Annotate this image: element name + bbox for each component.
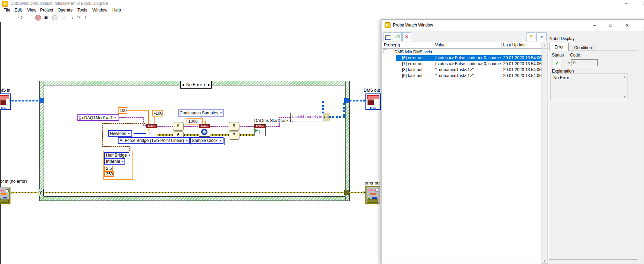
- probe-7[interactable]: 7: [229, 131, 239, 139]
- stop-button[interactable]: [34, 14, 42, 21]
- probe-close-button[interactable]: ✕: [619, 20, 635, 31]
- dms-in-wire: [12, 100, 39, 101]
- daqmx-start-task-node[interactable]: DAQmx ▶ { ≈: [254, 124, 266, 136]
- collapse-panel-button[interactable]: «: [536, 32, 547, 41]
- collapse-node-icon[interactable]: −: [384, 50, 387, 53]
- add-probes-button[interactable]: +☑: [393, 32, 402, 41]
- column-probes[interactable]: Probe(s): [384, 43, 400, 47]
- explanation-scroll-down-icon[interactable]: ∨: [623, 95, 626, 98]
- code-value-field[interactable]: 0: [571, 59, 598, 66]
- new-probe-window-button[interactable]: ✶: [384, 32, 392, 41]
- main-minimize-button[interactable]: –: [621, 1, 631, 6]
- new-star-icon: ✶: [384, 32, 387, 40]
- error-cluster-orange-bar: [1, 193, 6, 195]
- task-wire-4: [238, 126, 254, 127]
- dms-in-tunnel[interactable]: [39, 98, 44, 103]
- probe-row-value: {status => False, code => 0, source =: [435, 55, 501, 60]
- probe-minimize-button[interactable]: –: [586, 20, 603, 31]
- units-ring-constant[interactable]: Newtons▼: [108, 130, 132, 137]
- probe-row-value: "_unnamedTask<1>": [435, 73, 501, 78]
- error-chain-2: [182, 134, 199, 136]
- tab-error[interactable]: Error: [550, 43, 569, 51]
- labview-app-icon: ▶: [2, 1, 8, 7]
- main-maximize-button[interactable]: □: [639, 1, 644, 6]
- error-out-tunnel[interactable]: [344, 190, 349, 195]
- explanation-scroll-up-icon[interactable]: ∧: [623, 75, 626, 79]
- dropdown-icon[interactable]: ▼: [128, 132, 130, 135]
- menu-file[interactable]: File: [2, 7, 11, 13]
- case-name[interactable]: No Error ▼: [185, 81, 207, 88]
- bridge-type-ring[interactable]: Half Bridge▼: [104, 152, 129, 158]
- error-wire-inside: [44, 192, 345, 193]
- highlight-execution-button[interactable]: [51, 14, 59, 21]
- menu-view[interactable]: View: [26, 7, 37, 13]
- explanation-box[interactable]: No Error ∧ ∨: [551, 74, 628, 100]
- excitation-source-ring[interactable]: Internal▼: [104, 158, 125, 165]
- probe-row-6[interactable]: [6] error out {status => False, code => …: [382, 55, 541, 61]
- case-dropdown-icon: ▼: [203, 84, 206, 86]
- excitation-value-constant[interactable]: 2,5: [104, 166, 113, 171]
- case-next-arrow[interactable]: ▶: [207, 81, 211, 88]
- bridge-config-cluster[interactable]: Half Bridge▼ Internal▼ 2,5 350: [103, 151, 133, 180]
- daqmx-create-channel-node[interactable]: DAQmx ✳ ↔ ⎍⎍: [146, 124, 157, 136]
- case-selector-label[interactable]: ◀ No Error ▼ ▶: [180, 81, 212, 89]
- probe-9[interactable]: 9: [229, 122, 239, 130]
- probe-row-9[interactable]: [9] task out "_unnamedTask<1>" 20.01.202…: [382, 73, 541, 79]
- delete-probe-button[interactable]: ✕: [402, 32, 411, 41]
- clock-type-ring[interactable]: Sample Clock▼: [190, 137, 223, 144]
- probe-row-name: [7] error out: [402, 61, 424, 66]
- menu-help[interactable]: Help: [111, 7, 122, 13]
- physical-channel-constant[interactable]: I/O cDAQ1Mod1/ai1 ▼: [77, 114, 119, 121]
- menu-project[interactable]: Project: [39, 7, 54, 13]
- min-value-constant[interactable]: -100: [152, 110, 163, 116]
- column-last-update[interactable]: Last Update: [503, 43, 526, 47]
- run-button[interactable]: ⇨: [17, 14, 24, 21]
- column-value[interactable]: Value: [435, 43, 446, 47]
- cluster-wire-left: [102, 123, 103, 147]
- error-cluster-footer: [0, 199, 9, 203]
- probe-window-titlebar[interactable]: ▶ Probe Watch Window – □ ✕: [381, 20, 644, 31]
- probe-row-name: [6] error out: [402, 55, 424, 60]
- case-structure-bottom-border[interactable]: [39, 196, 350, 201]
- probe-maximize-button[interactable]: □: [603, 20, 619, 31]
- bundle-task-channels-node[interactable]: task/channels in ►❙►: [290, 113, 329, 121]
- error-cluster-orange-bar: [370, 193, 376, 195]
- probe-row-8[interactable]: [8] task out "_unnamedTask<1>" 20.01.202…: [382, 67, 541, 73]
- sample-mode-ring[interactable]: Continuous Samples▼: [178, 110, 224, 116]
- help-button[interactable]: ?: [526, 32, 535, 41]
- probe-8[interactable]: 8: [173, 122, 183, 130]
- rate-constant[interactable]: 1000: [187, 118, 203, 125]
- diagram-left-edge: [0, 22, 1, 264]
- dms-out-terminal[interactable]: OBJ: [365, 93, 381, 110]
- menu-edit[interactable]: Edit: [14, 7, 23, 13]
- dms-out-tunnel[interactable]: [344, 98, 349, 103]
- explanation-text: No Error: [553, 75, 569, 80]
- error-out-terminal[interactable]: [365, 186, 380, 204]
- tab-condition[interactable]: Condition: [569, 44, 597, 51]
- probe-row-parent[interactable]: − DMS.lvlib:DMS.lvcla:: [382, 49, 541, 55]
- error-in-terminal[interactable]: [0, 187, 10, 204]
- pause-button[interactable]: ▮▮: [42, 14, 50, 21]
- cluster-wire-top: [102, 123, 146, 124]
- resistance-constant[interactable]: 350: [104, 171, 114, 177]
- status-label: Status: [552, 53, 564, 58]
- explanation-label: Explanation: [552, 69, 574, 74]
- dropdown-icon[interactable]: ▼: [114, 116, 117, 119]
- menu-operate[interactable]: Operate: [56, 7, 74, 13]
- panel-divider[interactable]: [547, 31, 547, 264]
- dms-out-label: DMS out: [364, 88, 380, 93]
- menu-tools[interactable]: Tools: [76, 7, 88, 13]
- radix-indicator[interactable]: d: [568, 61, 570, 64]
- step-out-button[interactable]: ⇡: [82, 14, 89, 21]
- probe-row-7[interactable]: [7] error out {status => False, code => …: [382, 61, 541, 67]
- daqmx-timing-node[interactable]: DAQmx: [199, 124, 210, 137]
- error-cluster-pink-bar: [0, 190, 4, 191]
- menu-window[interactable]: Window: [91, 7, 108, 13]
- retain-wire-values-button[interactable]: ○▫: [60, 14, 68, 21]
- case-prev-arrow[interactable]: ◀: [181, 81, 185, 88]
- probe-row-value: {status => False, code => 0, source =: [435, 61, 501, 66]
- case-selector-terminal[interactable]: ?: [38, 189, 44, 196]
- max-value-constant[interactable]: 100: [118, 107, 127, 114]
- units-wire: [134, 133, 146, 134]
- bridge-mode-ring[interactable]: AI Force Bridge (Two-Point Linear)▼: [118, 137, 190, 144]
